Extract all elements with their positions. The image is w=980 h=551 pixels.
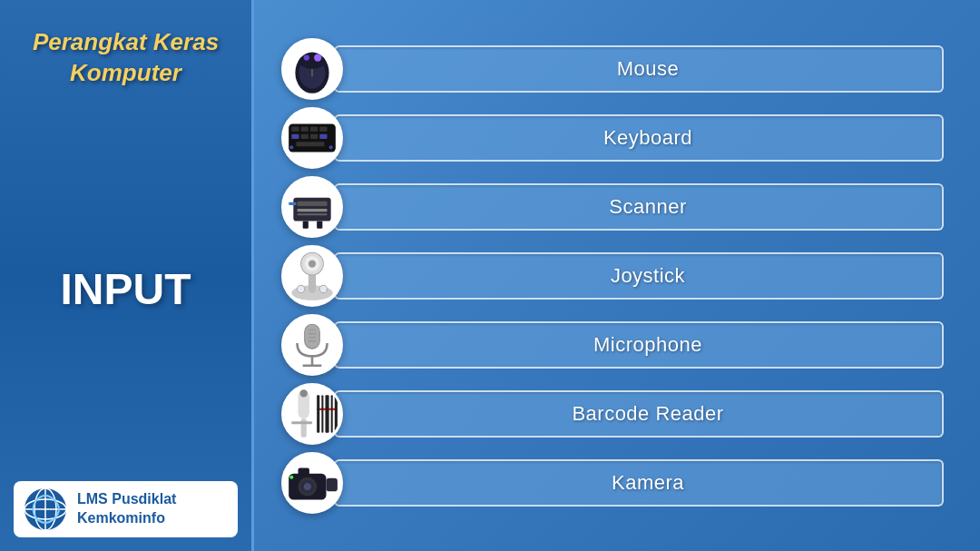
svg-point-8 [299, 54, 326, 69]
svg-rect-16 [291, 133, 299, 138]
kamera-label: Kamera [612, 471, 684, 495]
svg-rect-53 [335, 395, 338, 432]
scanner-label-box[interactable]: Scanner [334, 183, 944, 231]
svg-rect-29 [289, 202, 296, 204]
svg-rect-18 [310, 133, 318, 138]
keyboard-icon [281, 107, 343, 169]
joystick-label-box[interactable]: Joystick [334, 252, 944, 300]
keyboard-label: Keyboard [603, 126, 692, 150]
title-block: Perangkat Keras Komputer [33, 27, 219, 89]
microphone-label: Microphone [593, 333, 702, 357]
svg-point-36 [319, 285, 327, 292]
microphone-label-box[interactable]: Microphone [334, 321, 944, 369]
svg-point-10 [304, 54, 309, 60]
svg-rect-17 [301, 133, 309, 138]
svg-rect-46 [291, 421, 312, 424]
barcode-reader-label-box[interactable]: Barcode Reader [334, 390, 944, 438]
logo-block: LMS Pusdiklat Kemkominfo [14, 481, 238, 537]
svg-rect-24 [297, 201, 327, 205]
mouse-label-box[interactable]: Mouse [334, 45, 944, 93]
svg-rect-12 [291, 126, 299, 131]
main-content: Mouse Keyboard [254, 0, 980, 551]
barcode-reader-icon [281, 383, 343, 445]
page-title: Perangkat Keras Komputer [33, 27, 219, 89]
svg-rect-15 [319, 126, 327, 131]
svg-point-22 [329, 145, 333, 149]
svg-rect-20 [296, 142, 324, 146]
svg-rect-28 [317, 221, 322, 228]
svg-point-35 [297, 285, 304, 292]
lms-logo-icon [23, 487, 68, 532]
svg-rect-37 [305, 324, 320, 349]
joystick-icon [281, 245, 343, 307]
device-row-scanner[interactable]: Scanner [281, 176, 944, 238]
svg-point-34 [309, 260, 316, 267]
svg-rect-27 [303, 221, 309, 228]
device-row-kamera[interactable]: Kamera [281, 452, 944, 514]
device-row-barcode-reader[interactable]: Barcode Reader [281, 383, 944, 445]
svg-rect-58 [327, 477, 338, 490]
svg-rect-50 [321, 395, 323, 432]
svg-rect-49 [317, 395, 319, 432]
sidebar: Perangkat Keras Komputer INPUT LMS Pusdi… [0, 0, 254, 551]
logo-text: LMS Pusdiklat Kemkominfo [77, 490, 176, 528]
device-row-mouse[interactable]: Mouse [281, 38, 944, 100]
svg-rect-19 [319, 133, 327, 138]
joystick-label: Joystick [611, 264, 685, 288]
svg-rect-14 [310, 126, 318, 131]
svg-rect-26 [297, 213, 327, 215]
svg-point-60 [289, 475, 293, 478]
device-row-joystick[interactable]: Joystick [281, 245, 944, 307]
svg-rect-51 [325, 395, 328, 432]
device-row-microphone[interactable]: Microphone [281, 314, 944, 376]
kamera-label-box[interactable]: Kamera [334, 459, 944, 507]
svg-point-21 [289, 145, 293, 149]
scanner-icon [281, 176, 343, 238]
keyboard-label-box[interactable]: Keyboard [334, 114, 944, 162]
device-row-keyboard[interactable]: Keyboard [281, 107, 944, 169]
svg-point-9 [314, 54, 321, 61]
microphone-icon [281, 314, 343, 376]
scanner-label: Scanner [609, 195, 686, 219]
svg-rect-59 [299, 467, 309, 475]
section-label: INPUT [61, 264, 191, 314]
mouse-label: Mouse [617, 57, 680, 81]
svg-point-57 [304, 483, 311, 490]
svg-rect-45 [301, 418, 307, 438]
mouse-icon [281, 38, 343, 100]
svg-rect-52 [331, 395, 333, 432]
kamera-icon [281, 452, 343, 514]
svg-rect-13 [301, 126, 309, 131]
svg-rect-25 [297, 209, 327, 212]
barcode-reader-label: Barcode Reader [572, 402, 723, 426]
svg-point-47 [300, 389, 308, 397]
